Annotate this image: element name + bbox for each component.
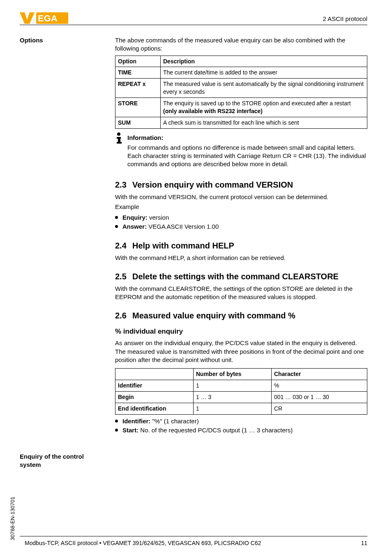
enq-r2c1: Begin	[115, 391, 194, 403]
s25-p1: With the command CLEARSTORE, the setting…	[115, 285, 367, 302]
main-content: The above commands of the measured value…	[115, 35, 367, 437]
enq-th-bytes: Number of bytes	[194, 369, 272, 380]
footer-rule	[20, 536, 367, 536]
opt-repeat: REPEAT x	[115, 79, 161, 98]
tail-bullet-start: Start: No. of the requested PC/DCS outpu…	[115, 426, 367, 434]
footer-page-number: 11	[361, 539, 367, 547]
enq-r3c3: CR	[272, 403, 367, 414]
enq-r2c2: 1 … 3	[194, 391, 272, 403]
s23-p2: Example	[115, 203, 367, 211]
svg-text:EGA: EGA	[38, 13, 58, 23]
info-heading: Information:	[127, 134, 367, 142]
info-icon	[115, 132, 127, 170]
svg-rect-6	[117, 142, 122, 144]
opt-time-desc: The current date/time is added to the an…	[161, 67, 367, 79]
opt-repeat-desc: The measured value is sent automatically…	[161, 79, 367, 98]
enq-r1c3: %	[272, 380, 367, 392]
options-th-option: Option	[115, 56, 161, 67]
s23-bullet-enquiry: Enquiry: version	[115, 214, 367, 222]
header-section-label: 2 ASCII protocol	[323, 15, 367, 23]
enq-r3c1: End identification	[115, 403, 194, 414]
info-body: For commands and options no difference i…	[127, 144, 367, 169]
vega-logo: EGA	[20, 12, 69, 26]
section-2-5-heading: 2.5 Delete the settings with the command…	[115, 271, 367, 282]
opt-store-desc: The enquiry is saved up to the STORE opt…	[161, 98, 367, 117]
svg-marker-0	[20, 12, 35, 24]
opt-store: STORE	[115, 98, 161, 117]
opt-time: TIME	[115, 67, 161, 79]
section-2-4-heading: 2.4 Help with command HELP	[115, 240, 367, 251]
margin-label-enquiry: Enquiry of the control system	[20, 453, 98, 469]
svg-point-3	[117, 132, 120, 136]
s23-p1: With the command VERSION, the current pr…	[115, 193, 367, 201]
opt-sum-desc: A check sum is transmitted for each line…	[161, 117, 367, 128]
svg-rect-5	[118, 137, 120, 143]
section-2-3-heading: 2.3 Version enquiry with command VERSION	[115, 179, 367, 190]
enq-r1c2: 1	[194, 380, 272, 392]
tail-bullet-identifier: Identifier: "%" (1 character)	[115, 417, 367, 425]
enq-r1c1: Identifier	[115, 380, 194, 392]
enq-th-blank	[115, 369, 194, 380]
s24-p1: With the command HELP, a short informati…	[115, 254, 367, 262]
options-table: Option Description TIME The current date…	[115, 56, 367, 129]
s26-p1: As answer on the individual enquiry, the…	[115, 339, 367, 364]
opt-sum: SUM	[115, 117, 161, 128]
enq-r3c2: 1	[194, 403, 272, 414]
options-th-desc: Description	[161, 56, 367, 67]
options-intro: The above commands of the measured value…	[115, 36, 367, 53]
s26-subheading: % individual enquiry	[115, 327, 367, 337]
section-2-6-heading: 2.6 Measured value enquiry with command …	[115, 310, 367, 321]
enquiry-table: Number of bytes Character Identifier 1 %…	[115, 368, 367, 415]
enq-r2c3: 001 … 030 or 1 … 30	[272, 391, 367, 403]
margin-label-options: Options	[20, 36, 98, 44]
s23-bullet-answer: Answer: VEGA ASCII Version 1.00	[115, 223, 367, 231]
footer-left: Modbus-TCP, ASCII protocol • VEGAMET 391…	[25, 539, 261, 547]
header-rule	[20, 25, 367, 25]
doc-id-vertical: 30768-EN-130701	[9, 497, 16, 541]
enq-th-char: Character	[272, 369, 367, 380]
